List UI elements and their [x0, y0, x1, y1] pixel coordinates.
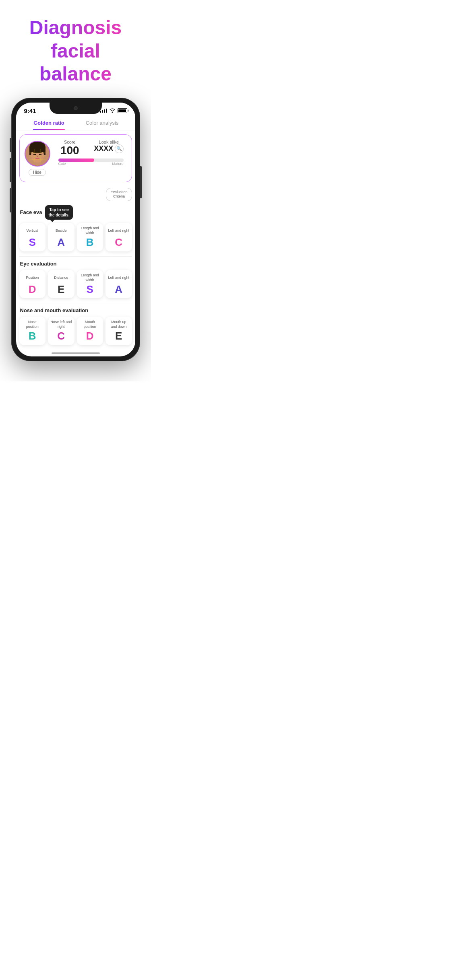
grade-name-position: Position	[22, 273, 43, 283]
look-alike-section: Look alike XXXX 🔍	[91, 140, 126, 157]
grade-letter-eye-left-right: A	[108, 284, 130, 295]
divider-2	[19, 303, 132, 303]
score-value: 100	[60, 144, 79, 157]
grade-letter-length-width: B	[79, 237, 101, 248]
grade-card-eye-left-right[interactable]: Left and right A	[105, 270, 132, 299]
grade-name-eye-left-right: Left and right	[108, 273, 130, 283]
grade-letter-left-right: C	[108, 237, 130, 248]
eval-criteria-section: EvaluationCriteria	[16, 186, 135, 203]
grade-card-left-right[interactable]: Left and right C	[105, 223, 132, 251]
grade-name-mouth-up-down: Mouth up and down	[108, 320, 130, 329]
tooltip-bubble: Tap to seethe details.	[45, 205, 72, 220]
grade-card-vertical[interactable]: Vertical S	[19, 223, 46, 251]
face-eval-grid: Vertical S Beside A Length and width B L…	[16, 221, 135, 255]
volume-mute-button	[10, 138, 11, 152]
grade-letter-nose-left-right: C	[50, 330, 72, 342]
grade-letter-beside: A	[50, 237, 72, 248]
grade-letter-mouth-position: D	[79, 330, 101, 342]
wifi-icon	[110, 108, 115, 114]
svg-point-7	[39, 154, 41, 155]
hero-section: Diagnosis facial balance	[0, 0, 151, 94]
grade-card-beside[interactable]: Beside A	[48, 223, 74, 251]
phone-frame: 9:41	[11, 98, 140, 361]
grade-name-nose-left-right: Nose left and right	[50, 320, 72, 329]
grade-letter-distance: E	[50, 284, 72, 295]
eye-eval-header: Eye evaluation	[16, 258, 135, 268]
power-button	[140, 166, 142, 198]
grade-card-length-width[interactable]: Length and width B	[77, 223, 103, 251]
page-wrapper: Diagnosis facial balance 9:41	[0, 0, 151, 381]
grade-card-distance[interactable]: Distance E	[48, 270, 74, 299]
nose-mouth-eval-header: Nose and mouth evaluation	[16, 305, 135, 315]
grade-name-left-right: Left and right	[108, 226, 130, 236]
grade-letter-eye-length-width: S	[79, 284, 101, 295]
evaluation-criteria-button[interactable]: EvaluationCriteria	[106, 188, 132, 201]
grade-name-mouth-position: Mouth position	[79, 320, 101, 329]
grade-card-eye-length-width[interactable]: Length and width S	[77, 270, 103, 299]
look-alike-label: Look alike	[99, 140, 119, 144]
look-alike-value: XXXX 🔍	[94, 144, 124, 153]
grade-name-beside: Beside	[50, 226, 72, 236]
grade-name-distance: Distance	[50, 273, 72, 283]
phone-notch	[50, 103, 102, 114]
grade-name-vertical: Vertical	[22, 226, 43, 236]
grade-card-nose-position[interactable]: Nose position B	[19, 317, 46, 345]
eye-eval-grid: Position D Distance E Length and width S…	[16, 268, 135, 302]
hero-title-line2: balance	[8, 62, 143, 86]
grade-letter-position: D	[22, 284, 43, 295]
nose-mouth-eval-grid: Nose position B Nose left and right C Mo…	[16, 315, 135, 348]
eye-eval-title: Eye evaluation	[20, 261, 57, 267]
bar-cute-label: Cute	[58, 162, 66, 166]
volume-down-button	[10, 188, 11, 212]
tab-golden-ratio[interactable]: Golden ratio	[23, 116, 76, 130]
svg-point-5	[30, 145, 45, 153]
face-eval-header: Face eva Tap to seethe details.	[16, 203, 135, 221]
grade-letter-mouth-up-down: E	[108, 330, 130, 342]
svg-point-6	[33, 154, 36, 155]
app-tabs: Golden ratio Color analysis	[16, 116, 135, 130]
cute-mature-bar	[58, 159, 124, 162]
hero-title-line1: Diagnosis facial	[8, 16, 143, 62]
bottom-indicator	[16, 348, 135, 356]
battery-icon	[118, 108, 127, 113]
grade-name-length-width: Length and width	[79, 226, 101, 236]
divider-1	[19, 256, 132, 257]
phone-container: 9:41	[0, 94, 151, 365]
grade-card-position[interactable]: Position D	[19, 270, 46, 299]
avatar-section: Hide	[25, 141, 50, 176]
grade-card-mouth-position[interactable]: Mouth position D	[77, 317, 103, 345]
status-icons	[100, 108, 127, 114]
grade-name-nose-position: Nose position	[22, 320, 43, 329]
nose-mouth-eval-title: Nose and mouth evaluation	[20, 307, 89, 313]
bar-mature-label: Mature	[112, 162, 123, 166]
front-camera	[74, 106, 78, 110]
face-eval-title: Face eva	[20, 209, 42, 215]
score-card: Hide Score 100 Look alike XXXX	[19, 134, 132, 182]
tab-color-analysis[interactable]: Color analysis	[76, 116, 129, 130]
grade-card-nose-left-right[interactable]: Nose left and right C	[48, 317, 74, 345]
hide-button[interactable]: Hide	[29, 169, 46, 176]
phone-screen: 9:41	[16, 103, 135, 356]
status-time: 9:41	[24, 107, 36, 114]
score-label: Score	[64, 140, 76, 144]
home-bar	[52, 352, 100, 354]
score-section: Score 100	[55, 140, 85, 157]
grade-letter-nose-position: B	[22, 330, 43, 342]
search-icon[interactable]: 🔍	[115, 144, 124, 153]
grade-name-eye-length-width: Length and width	[79, 273, 101, 283]
grade-letter-vertical: S	[22, 237, 43, 248]
avatar	[25, 141, 50, 167]
volume-up-button	[10, 158, 11, 182]
grade-card-mouth-up-down[interactable]: Mouth up and down E	[105, 317, 132, 345]
